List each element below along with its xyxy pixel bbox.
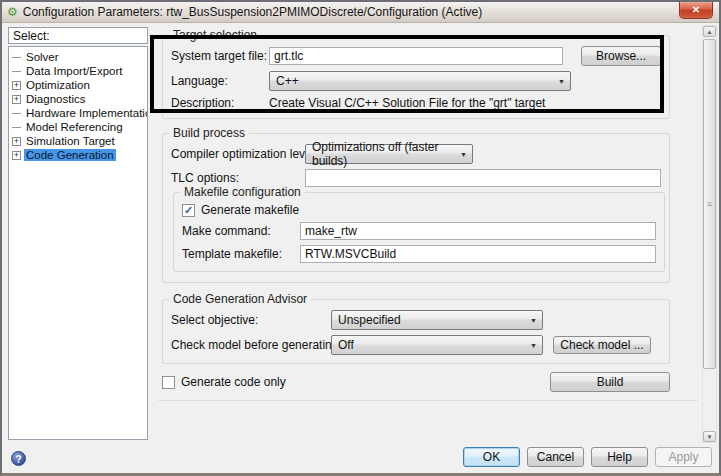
- expand-plus-icon[interactable]: +: [12, 95, 21, 104]
- check-model-dropdown[interactable]: Off ▼: [331, 335, 543, 355]
- compiler-optimization-row: Compiler optimization level: Optimizatio…: [171, 144, 661, 164]
- tree-item-label: Diagnostics: [24, 93, 87, 105]
- config-tree: SolverData Import/Export+Optimization+Di…: [8, 46, 148, 440]
- scroll-up-icon: ▲: [707, 29, 713, 35]
- make-command-label: Make command:: [182, 224, 300, 238]
- checkbox-icon: ✓: [162, 376, 175, 389]
- check-model-value: Off: [338, 338, 354, 352]
- help-button[interactable]: Help: [591, 447, 648, 467]
- generate-makefile-checkbox[interactable]: ✓ Generate makefile: [182, 203, 656, 217]
- select-objective-dropdown[interactable]: Unspecified ▼: [331, 310, 543, 330]
- chevron-down-icon: ▼: [530, 317, 537, 324]
- check-model-label: Check model before generating code:: [171, 338, 331, 352]
- system-target-file-input[interactable]: [269, 47, 563, 65]
- pane-bottom-divider: [158, 400, 698, 401]
- template-makefile-input[interactable]: [300, 245, 656, 263]
- tree-item-diagnostics[interactable]: +Diagnostics: [9, 92, 147, 106]
- check-model-row: Check model before generating code: Off …: [171, 335, 661, 355]
- description-text: Create Visual C/C++ Solution File for th…: [269, 96, 545, 110]
- checkbox-icon: ✓: [182, 204, 195, 217]
- generate-code-only-label: Generate code only: [181, 375, 286, 389]
- expand-plus-icon[interactable]: +: [12, 151, 21, 160]
- cancel-button[interactable]: Cancel: [527, 447, 584, 467]
- scrollbar-grip-icon: ≡: [707, 200, 712, 209]
- footer-buttons: OK Cancel Help Apply: [463, 447, 712, 467]
- group-label-code-generation-advisor: Code Generation Advisor: [169, 292, 311, 306]
- language-label: Language:: [171, 74, 269, 88]
- description-label: Description:: [171, 96, 269, 110]
- tree-item-hardware-implementation[interactable]: Hardware Implementation: [9, 106, 147, 120]
- browse-button[interactable]: Browse...: [581, 46, 661, 66]
- tree-panel: Select: SolverData Import/Export+Optimiz…: [2, 23, 148, 443]
- select-objective-label: Select objective:: [171, 313, 331, 327]
- tree-item-label: Optimization: [24, 79, 92, 91]
- tree-item-label: Hardware Implementation: [24, 107, 148, 119]
- tree-branch-icon: [12, 113, 21, 114]
- compiler-optimization-dropdown[interactable]: Optimizations off (faster builds) ▼: [305, 144, 473, 164]
- make-command-input[interactable]: [300, 222, 656, 240]
- chevron-down-icon: ▼: [558, 78, 565, 85]
- tree-item-model-referencing[interactable]: Model Referencing: [9, 120, 147, 134]
- make-command-row: Make command:: [182, 222, 656, 240]
- tree-item-label: Simulation Target: [24, 135, 117, 147]
- tree-item-label: Model Referencing: [24, 121, 125, 133]
- tlc-options-input[interactable]: [305, 169, 661, 187]
- tree-item-label: Data Import/Export: [24, 65, 125, 77]
- language-dropdown[interactable]: C++ ▼: [269, 71, 571, 91]
- configuration-parameters-window: ⚙ Configuration Parameters: rtw_BusSuspe…: [0, 0, 721, 476]
- generate-makefile-label: Generate makefile: [201, 203, 299, 217]
- code-generation-advisor-group: Code Generation Advisor Select objective…: [162, 299, 670, 364]
- chevron-down-icon: ▼: [460, 151, 467, 158]
- close-button[interactable]: ✕: [679, 2, 713, 19]
- tree-branch-icon: [12, 57, 21, 58]
- expand-plus-icon[interactable]: +: [12, 137, 21, 146]
- compiler-optimization-value: Optimizations off (faster builds): [312, 140, 454, 168]
- tree-item-data-import-export[interactable]: Data Import/Export: [9, 64, 147, 78]
- close-icon: ✕: [692, 4, 700, 15]
- language-row: Language: C++ ▼: [171, 71, 661, 91]
- help-icon[interactable]: ?: [11, 451, 26, 466]
- group-label-build-process: Build process: [169, 126, 249, 140]
- scroll-up-button[interactable]: ▲: [703, 26, 716, 37]
- tree-item-solver[interactable]: Solver: [9, 50, 147, 64]
- tree-header: Select:: [8, 27, 148, 44]
- scrollbar-thumb[interactable]: ≡: [703, 39, 716, 369]
- tree-item-simulation-target[interactable]: +Simulation Target: [9, 134, 147, 148]
- system-target-file-label: System target file:: [171, 49, 269, 63]
- titlebar[interactable]: ⚙ Configuration Parameters: rtw_BusSuspe…: [2, 2, 719, 23]
- chevron-down-icon: ▼: [530, 342, 537, 349]
- expand-plus-icon[interactable]: +: [12, 81, 21, 90]
- check-model-button[interactable]: Check model ...: [553, 336, 651, 354]
- tree-item-code-generation[interactable]: +Code Generation: [9, 148, 147, 162]
- tree-branch-icon: [12, 127, 21, 128]
- group-label-makefile-configuration: Makefile configuration: [180, 185, 305, 199]
- ok-button[interactable]: OK: [463, 447, 520, 467]
- tree-item-optimization[interactable]: +Optimization: [9, 78, 147, 92]
- group-label-target-selection: Target selection: [169, 28, 261, 42]
- generate-code-only-checkbox[interactable]: ✓ Generate code only: [162, 375, 286, 389]
- actions-row: ✓ Generate code only Build: [162, 372, 670, 392]
- compiler-optimization-label: Compiler optimization level:: [171, 147, 305, 161]
- build-process-group: Build process Compiler optimization leve…: [162, 133, 670, 283]
- dialog-body: Select: SolverData Import/Export+Optimiz…: [2, 23, 719, 443]
- settings-pane: Target selection System target file: Bro…: [148, 23, 721, 443]
- select-objective-row: Select objective: Unspecified ▼: [171, 310, 661, 330]
- dialog-footer: ? OK Cancel Help Apply: [2, 443, 719, 473]
- build-button[interactable]: Build: [550, 372, 670, 392]
- scroll-down-icon: ▼: [707, 434, 713, 440]
- apply-button[interactable]: Apply: [655, 447, 712, 467]
- makefile-configuration-group: Makefile configuration ✓ Generate makefi…: [173, 192, 665, 272]
- tree-item-label: Solver: [24, 51, 61, 63]
- description-row: Description: Create Visual C/C++ Solutio…: [171, 96, 661, 110]
- tree-branch-icon: [12, 71, 21, 72]
- vertical-scrollbar[interactable]: ▲ ≡ ▼: [702, 25, 717, 443]
- template-makefile-label: Template makefile:: [182, 247, 300, 261]
- config-gear-icon: ⚙: [7, 6, 18, 18]
- window-title: Configuration Parameters: rtw_BusSuspens…: [23, 5, 483, 19]
- scroll-down-button[interactable]: ▼: [703, 431, 716, 442]
- target-selection-group: Target selection System target file: Bro…: [162, 35, 670, 119]
- tree-item-label: Code Generation: [24, 149, 116, 161]
- language-value: C++: [276, 74, 299, 88]
- tlc-options-label: TLC options:: [171, 171, 305, 185]
- system-target-file-row: System target file: Browse...: [171, 46, 661, 66]
